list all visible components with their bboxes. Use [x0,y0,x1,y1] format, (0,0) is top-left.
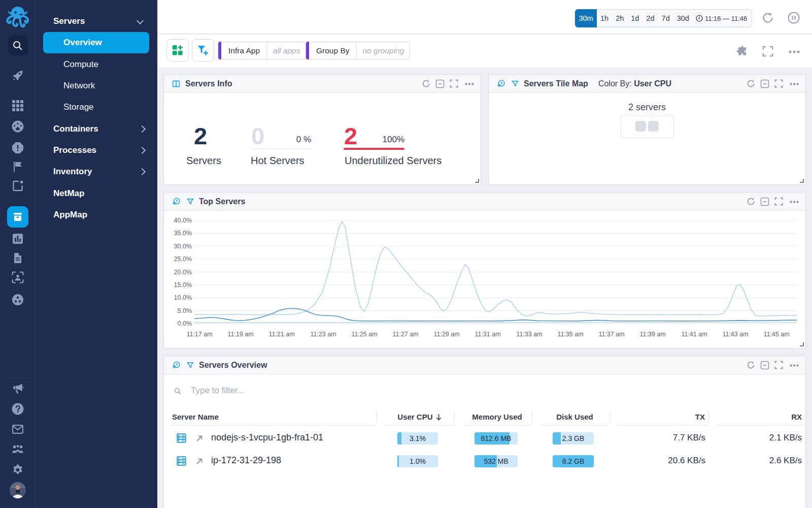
svg-text:30.0%: 30.0% [174,243,192,250]
svg-text:11:17 am: 11:17 am [186,331,212,338]
svg-text:11:21 am: 11:21 am [268,331,294,338]
svg-text:0.0%: 0.0% [178,320,192,327]
svg-text:11:45 am: 11:45 am [763,331,789,338]
svg-text:10.0%: 10.0% [174,294,192,301]
svg-text:11:27 am: 11:27 am [392,331,418,338]
svg-text:20.0%: 20.0% [174,269,192,276]
svg-text:5.0%: 5.0% [178,307,192,314]
svg-text:11:31 am: 11:31 am [475,331,500,338]
svg-text:11:25 am: 11:25 am [351,331,377,338]
svg-text:11:33 am: 11:33 am [516,331,542,338]
svg-text:11:19 am: 11:19 am [227,331,253,338]
svg-text:11:43 am: 11:43 am [722,331,748,338]
svg-text:11:35 am: 11:35 am [557,331,583,338]
svg-text:11:23 am: 11:23 am [310,331,336,338]
svg-text:25.0%: 25.0% [174,256,192,263]
svg-text:35.0%: 35.0% [174,230,192,237]
svg-text:11:39 am: 11:39 am [639,331,665,338]
svg-text:15.0%: 15.0% [174,281,192,289]
svg-text:11:41 am: 11:41 am [681,331,707,338]
svg-text:11:37 am: 11:37 am [598,331,624,338]
svg-text:40.0%: 40.0% [174,217,192,224]
svg-text:11:29 am: 11:29 am [433,331,459,338]
